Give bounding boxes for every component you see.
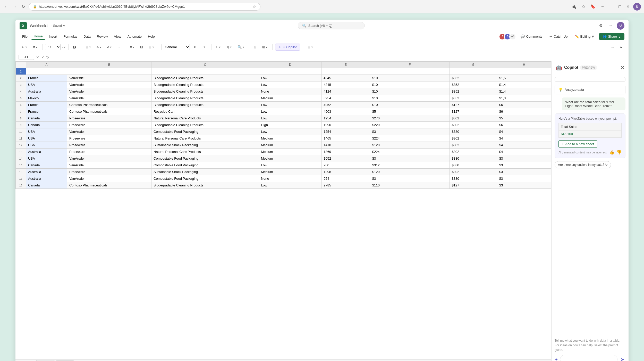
cell-data[interactable]: None bbox=[259, 175, 321, 182]
confirm-icon[interactable]: ✓ bbox=[41, 55, 44, 59]
cell-data[interactable]: $3 bbox=[370, 175, 450, 182]
cell-data[interactable]: 1990 bbox=[321, 122, 370, 128]
cell-data[interactable]: Low bbox=[259, 102, 321, 108]
cell-data[interactable]: $5 bbox=[370, 108, 450, 115]
cell-data[interactable]: $352 bbox=[450, 95, 497, 102]
cell-ref-input[interactable] bbox=[19, 55, 34, 60]
cell-data[interactable]: 4245 bbox=[321, 81, 370, 88]
cell-country[interactable]: France bbox=[26, 75, 67, 81]
header-country[interactable]: Country ▼ bbox=[26, 68, 67, 75]
cell-data[interactable]: Biodegradable Cleaning Products bbox=[151, 88, 259, 95]
cell-data[interactable]: 1052 bbox=[321, 155, 370, 162]
copilot-top-input[interactable] bbox=[555, 77, 625, 82]
cell-country[interactable]: USA bbox=[26, 155, 67, 162]
cell-data[interactable]: 4952 bbox=[321, 102, 370, 108]
cell-data[interactable]: $3 bbox=[497, 175, 551, 182]
cell-data[interactable]: 4345 bbox=[321, 75, 370, 81]
cell-data[interactable]: Compostable Food Packaging bbox=[151, 128, 259, 135]
cell-data[interactable]: $270 bbox=[370, 115, 450, 122]
cell-data[interactable]: Contoso Pharmaceuticals bbox=[67, 102, 151, 108]
cell-data[interactable]: Proseware bbox=[67, 135, 151, 142]
cell-data[interactable]: VanArsdel bbox=[67, 75, 151, 81]
col-header-g[interactable]: G bbox=[450, 62, 497, 68]
add-to-sheet-btn[interactable]: + Add to a new sheet bbox=[558, 140, 597, 148]
cell-data[interactable]: Natural Personal Care Products bbox=[151, 149, 259, 155]
cell-data[interactable]: 3954 bbox=[321, 95, 370, 102]
cell-data[interactable]: $312 bbox=[370, 162, 450, 169]
star-icon[interactable]: ☆ bbox=[253, 5, 256, 9]
cell-data[interactable]: Biodegradable Cleaning Products bbox=[151, 182, 259, 189]
app-more-btn[interactable]: ··· bbox=[607, 22, 614, 29]
cell-data[interactable]: $127 bbox=[450, 182, 497, 189]
cell-country[interactable]: Australia bbox=[26, 149, 67, 155]
cell-data[interactable]: Low bbox=[259, 162, 321, 169]
cell-data[interactable]: Medium bbox=[259, 155, 321, 162]
cell-country[interactable]: USA bbox=[26, 81, 67, 88]
cell-country[interactable]: France bbox=[26, 102, 67, 108]
header-customer[interactable]: Customer ▼ bbox=[67, 68, 151, 75]
settings-btn[interactable]: ⚙ bbox=[597, 22, 604, 29]
sparkle-btn[interactable]: ✦ bbox=[555, 357, 558, 361]
cell-data[interactable]: Contoso Pharmaceuticals bbox=[67, 108, 151, 115]
copilot-send-btn[interactable]: ➤ bbox=[620, 356, 625, 361]
favorites-btn[interactable]: ☆ bbox=[580, 3, 587, 11]
cell-data[interactable]: 1410 bbox=[321, 142, 370, 149]
cell-data[interactable]: $302 bbox=[450, 149, 497, 155]
cell-data[interactable]: Biodegradable Cleaning Products bbox=[151, 75, 259, 81]
copilot-chat-input[interactable] bbox=[560, 355, 617, 361]
menu-formulas[interactable]: Formulas bbox=[61, 34, 80, 39]
cell-data[interactable]: Biodegradable Cleaning Products bbox=[151, 122, 259, 128]
col-header-b[interactable]: B bbox=[67, 62, 151, 68]
cell-country[interactable]: Canada bbox=[26, 122, 67, 128]
menu-automate[interactable]: Automate bbox=[125, 34, 144, 39]
cell-data[interactable]: Low bbox=[259, 108, 321, 115]
cell-data[interactable]: $1,4 bbox=[497, 81, 551, 88]
cell-data[interactable]: Contoso Pharmaceuticals bbox=[67, 182, 151, 189]
cell-data[interactable]: $10 bbox=[370, 102, 450, 108]
refresh-button[interactable]: ↻ bbox=[21, 3, 26, 10]
col-header-f[interactable]: F bbox=[370, 62, 450, 68]
cell-data[interactable]: None bbox=[259, 88, 321, 95]
copilot-close-btn[interactable]: ✕ bbox=[621, 65, 624, 70]
sheet-table-container[interactable]: A B C D E F G H 1 bbox=[15, 61, 551, 359]
cells-btn[interactable]: ⊟∨ bbox=[306, 44, 315, 50]
cell-data[interactable]: $3 bbox=[497, 155, 551, 162]
cell-data[interactable]: Proseware bbox=[67, 142, 151, 149]
copilot-ribbon-btn[interactable]: ✦ ✦ Copilot bbox=[275, 44, 300, 51]
cell-data[interactable]: $380 bbox=[450, 175, 497, 182]
browser-more-btn[interactable]: ··· bbox=[599, 3, 606, 11]
cell-data[interactable]: $10 bbox=[370, 95, 450, 102]
cell-data[interactable]: Medium bbox=[259, 149, 321, 155]
header-mfg-price[interactable]: Manufacturing Price ▼ bbox=[370, 68, 450, 75]
analyze-data-btn[interactable]: 💡 Analyze data bbox=[555, 85, 625, 94]
cell-data[interactable]: High bbox=[259, 122, 321, 128]
thumbs-up-btn[interactable]: 👍 bbox=[609, 150, 614, 155]
cell-data[interactable]: $127 bbox=[450, 102, 497, 108]
cell-data[interactable]: $220 bbox=[370, 122, 450, 128]
cell-data[interactable]: $1,3 bbox=[497, 95, 551, 102]
cell-data[interactable]: Low bbox=[259, 182, 321, 189]
font-color-btn[interactable]: A∨ bbox=[105, 44, 114, 50]
back-button[interactable]: ← bbox=[3, 3, 9, 10]
cell-data[interactable]: $3 bbox=[370, 155, 450, 162]
header-discount[interactable]: Discount Band ▼ bbox=[259, 68, 321, 75]
cell-data[interactable]: $4 bbox=[497, 128, 551, 135]
catchup-btn[interactable]: ↩ Catch Up bbox=[547, 33, 570, 40]
cell-data[interactable]: Recycled Can bbox=[151, 108, 259, 115]
cell-data[interactable]: Medium bbox=[259, 95, 321, 102]
cell-data[interactable]: $380 bbox=[450, 155, 497, 162]
share-btn[interactable]: 👥 Share ∨ bbox=[599, 33, 624, 40]
cell-country[interactable]: USA bbox=[26, 135, 67, 142]
increase-decimal-btn[interactable]: .00 bbox=[200, 44, 208, 50]
cell-data[interactable]: VanArsdel bbox=[67, 128, 151, 135]
search-bar[interactable]: 🔍 Search (Alt + Q) bbox=[298, 22, 365, 29]
cell-data[interactable]: Biodegradable Cleaning Products bbox=[151, 81, 259, 88]
menu-review[interactable]: Review bbox=[94, 34, 111, 39]
editing-btn[interactable]: ✏️ Editing ∨ bbox=[572, 33, 597, 40]
url-bar[interactable]: 🔒 https://onedrive.live.com/:w:/t/EaCKkP… bbox=[29, 3, 260, 11]
cell-data[interactable]: VanArsdel bbox=[67, 175, 151, 182]
formula-input[interactable] bbox=[51, 55, 625, 59]
border-btn[interactable]: ⊞∨ bbox=[83, 44, 93, 50]
suggestion-chip-1[interactable]: Are there any outliers in my data? ↻ bbox=[555, 161, 611, 168]
cell-data[interactable]: Natural Personal Care Products bbox=[151, 135, 259, 142]
